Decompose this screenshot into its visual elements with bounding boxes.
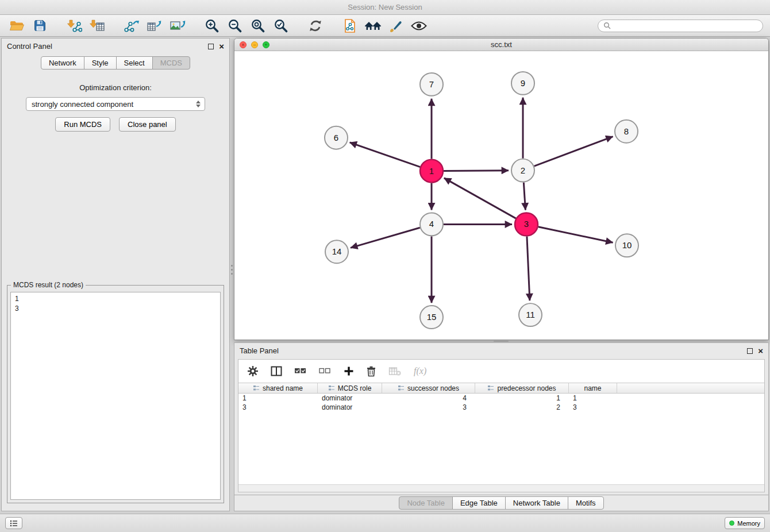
column-header-mcds-role[interactable]: MCDS role bbox=[318, 383, 382, 393]
tab-network-table[interactable]: Network Table bbox=[505, 496, 568, 510]
graph-node-7[interactable]: 7 bbox=[420, 73, 443, 96]
style-brush-button[interactable] bbox=[386, 17, 406, 35]
memory-button[interactable]: Memory bbox=[725, 517, 765, 529]
zoom-window-icon[interactable]: + bbox=[263, 41, 270, 48]
graph-node-4[interactable]: 4 bbox=[420, 213, 443, 236]
mcds-result-list[interactable]: 1 3 bbox=[10, 292, 221, 500]
first-neighbors-button[interactable] bbox=[363, 17, 383, 35]
open-session-button[interactable] bbox=[7, 17, 26, 35]
graph-node-9[interactable]: 9 bbox=[511, 72, 534, 95]
table-row[interactable]: 3 dominator 3 2 3 bbox=[238, 403, 764, 412]
control-panel-tabs: Network Style Select MCDS bbox=[2, 56, 229, 70]
checked-boxes-icon bbox=[294, 366, 307, 376]
minimize-window-icon[interactable]: − bbox=[251, 41, 258, 48]
table-cell[interactable]: 1 bbox=[569, 394, 617, 402]
graph-node-14[interactable]: 14 bbox=[325, 240, 348, 263]
zoom-selected-button[interactable] bbox=[271, 17, 291, 35]
close-panel-button[interactable]: Close panel bbox=[119, 117, 176, 132]
show-columns-button[interactable] bbox=[271, 366, 282, 376]
export-image-button[interactable] bbox=[168, 17, 187, 35]
save-session-button[interactable] bbox=[30, 17, 49, 35]
select-all-button[interactable] bbox=[294, 366, 307, 376]
column-header-shared-name[interactable]: shared name bbox=[238, 383, 318, 393]
edge-1-6[interactable] bbox=[350, 142, 421, 167]
tab-mcds[interactable]: MCDS bbox=[152, 56, 190, 70]
table-cell[interactable]: 1 bbox=[238, 394, 318, 402]
node-label: 8 bbox=[624, 126, 629, 136]
graph-node-8[interactable]: 8 bbox=[615, 120, 638, 143]
edge-3-11[interactable] bbox=[527, 236, 530, 300]
table-cell[interactable]: 4 bbox=[382, 394, 475, 402]
export-image-icon bbox=[170, 19, 186, 33]
mcds-result-title: MCDS result (2 nodes) bbox=[11, 281, 86, 289]
tab-edge-table[interactable]: Edge Table bbox=[452, 496, 506, 510]
session-tool-group bbox=[7, 17, 49, 35]
table-cell[interactable]: 3 bbox=[238, 403, 318, 411]
edge-1-2[interactable] bbox=[444, 171, 509, 171]
column-header-predecessor-nodes[interactable]: predecessor nodes bbox=[475, 383, 569, 393]
import-network-button[interactable] bbox=[64, 17, 84, 35]
graph-node-3[interactable]: 3 bbox=[515, 213, 538, 236]
graph-node-2[interactable]: 2 bbox=[511, 159, 534, 182]
graph-node-10[interactable]: 10 bbox=[615, 234, 638, 257]
float-table-panel-icon[interactable] bbox=[747, 348, 753, 354]
edge-2-3[interactable] bbox=[523, 183, 525, 210]
horizontal-splitter[interactable] bbox=[234, 340, 769, 342]
table-cell[interactable]: 2 bbox=[475, 403, 569, 411]
delete-table-button[interactable] bbox=[388, 366, 401, 376]
edge-4-14[interactable] bbox=[351, 228, 420, 248]
export-table-button[interactable] bbox=[145, 17, 164, 35]
main-area: Control Panel × Network Style Select MCD… bbox=[0, 37, 770, 514]
column-label: successor nodes bbox=[407, 384, 459, 392]
column-header-name[interactable]: name bbox=[569, 383, 617, 393]
status-bar: Memory bbox=[0, 514, 770, 532]
zoom-fit-button[interactable] bbox=[248, 17, 268, 35]
refresh-arrows-icon bbox=[308, 18, 323, 33]
apply-layout-button[interactable] bbox=[306, 17, 325, 35]
table-settings-button[interactable] bbox=[247, 365, 259, 377]
optimization-criterion-select[interactable]: strongly connected component bbox=[26, 97, 205, 111]
float-panel-icon[interactable] bbox=[208, 44, 214, 49]
deselect-all-button[interactable] bbox=[319, 366, 332, 376]
tab-style[interactable]: Style bbox=[84, 56, 117, 70]
delete-column-button[interactable] bbox=[366, 365, 376, 377]
mcds-result-group: MCDS result (2 nodes) 1 3 bbox=[7, 285, 224, 503]
table-cell[interactable]: 3 bbox=[569, 403, 617, 411]
close-window-icon[interactable]: × bbox=[240, 41, 247, 48]
edge-3-1[interactable] bbox=[444, 178, 516, 218]
edge-3-10[interactable] bbox=[538, 227, 613, 242]
panel-divider[interactable] bbox=[230, 38, 234, 514]
tab-motifs[interactable]: Motifs bbox=[568, 496, 604, 510]
zoom-in-button[interactable] bbox=[202, 17, 222, 35]
graph-node-6[interactable]: 6 bbox=[325, 126, 348, 149]
table-row[interactable]: 1 dominator 4 1 1 bbox=[238, 394, 764, 403]
run-mcds-button[interactable]: Run MCDS bbox=[55, 117, 110, 132]
table-cell[interactable]: 1 bbox=[475, 394, 569, 402]
export-network-button[interactable] bbox=[122, 17, 141, 35]
memory-label: Memory bbox=[737, 520, 760, 527]
table-cell[interactable]: dominator bbox=[318, 403, 382, 411]
zoom-out-button[interactable] bbox=[225, 17, 245, 35]
graph-node-11[interactable]: 11 bbox=[519, 303, 542, 326]
new-network-from-selection-button[interactable] bbox=[340, 17, 360, 35]
task-history-button[interactable] bbox=[5, 517, 22, 529]
show-hide-details-button[interactable] bbox=[409, 17, 429, 35]
import-table-button[interactable] bbox=[87, 17, 107, 35]
table-horizontal-scrollbar[interactable] bbox=[238, 484, 764, 492]
close-panel-icon[interactable]: × bbox=[219, 44, 224, 49]
search-box[interactable] bbox=[598, 20, 763, 32]
function-builder-button[interactable]: f(x) bbox=[413, 365, 433, 377]
tab-node-table[interactable]: Node Table bbox=[399, 496, 453, 510]
tab-network[interactable]: Network bbox=[41, 56, 84, 70]
network-canvas[interactable]: 7968124314101511 bbox=[234, 51, 768, 340]
table-cell[interactable]: dominator bbox=[318, 394, 382, 402]
table-cell[interactable]: 3 bbox=[382, 403, 475, 411]
add-column-button[interactable] bbox=[344, 366, 354, 376]
column-header-successor-nodes[interactable]: successor nodes bbox=[382, 383, 475, 393]
tab-select[interactable]: Select bbox=[116, 56, 153, 70]
edge-2-8[interactable] bbox=[534, 137, 613, 167]
close-table-panel-icon[interactable]: × bbox=[758, 348, 763, 354]
search-input[interactable] bbox=[614, 22, 757, 30]
graph-node-1[interactable]: 1 bbox=[420, 160, 443, 183]
graph-node-15[interactable]: 15 bbox=[420, 306, 443, 329]
